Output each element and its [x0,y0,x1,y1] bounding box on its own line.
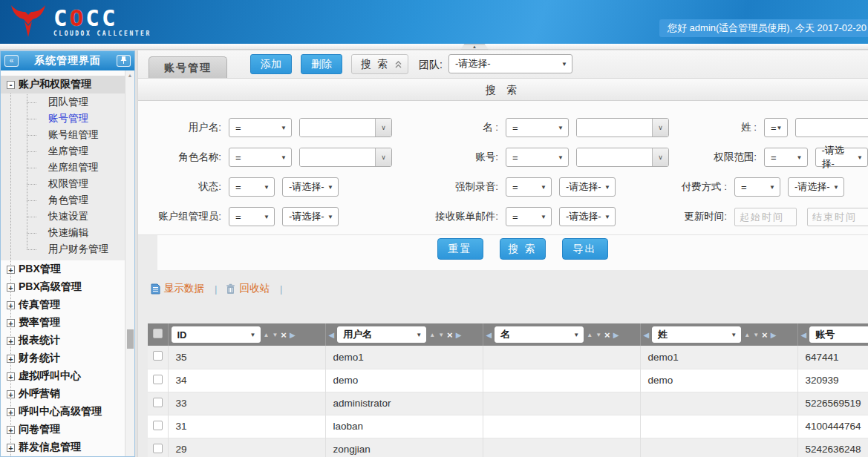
sidebar-item-team-mgmt[interactable]: 团队管理 [19,94,125,111]
lastname-input[interactable] [795,118,868,137]
move-column-left-icon[interactable]: ◀ [486,331,492,339]
move-column-right-icon[interactable]: ▶ [456,331,462,339]
add-button[interactable]: 添加 [250,54,292,74]
sidebar-item-agent-group-mgmt[interactable]: 坐席组管理 [19,160,125,176]
sidebar-group-rate[interactable]: 费率管理 [1,314,125,332]
sidebar-group-outbound-marketing[interactable]: 外呼营销 [1,385,125,403]
username-input[interactable] [300,119,375,137]
select-all-checkbox[interactable] [153,329,163,338]
tree-expand-icon[interactable] [7,283,15,292]
sidebar-group-fax[interactable]: 传真管理 [1,296,125,314]
scroll-up-icon[interactable]: ▲ [125,70,134,78]
lastname-column-select[interactable]: 姓▼ [652,326,741,343]
rolename-operator-select[interactable]: =▼ [229,148,292,167]
sort-asc-icon[interactable]: ▲ [429,332,435,338]
sidebar-group-report-stats[interactable]: 报表统计 [1,332,125,349]
sort-asc-icon[interactable]: ▲ [587,332,593,338]
status-select[interactable]: -请选择-▼ [282,177,339,197]
sort-desc-icon[interactable]: ▼ [272,332,278,338]
tree-expand-icon[interactable] [7,390,15,398]
table-row[interactable]: 34 demo demo 320939 [148,369,868,392]
row-checkbox[interactable] [153,421,163,430]
sort-desc-icon[interactable]: ▼ [753,332,759,338]
remove-column-icon[interactable]: × [604,330,610,340]
tree-collapse-icon[interactable] [7,81,15,89]
status-operator-select[interactable]: =▼ [229,177,275,197]
sidebar-group-account-permission[interactable]: 账户和权限管理 [1,76,125,93]
combo-chevron-icon[interactable]: ∨ [375,119,391,137]
sidebar-item-account-mgmt[interactable]: 账号管理 [19,111,125,127]
tree-expand-icon[interactable] [7,266,15,274]
table-row[interactable]: 31 laoban 4100444764 [148,415,868,438]
remove-column-icon[interactable]: × [281,330,287,340]
sidebar-item-user-finance-mgmt[interactable]: 用户财务管理 [19,241,125,257]
table-row[interactable]: 33 administrator 5226569519 [148,392,868,415]
firstname-column-select[interactable]: 名▼ [495,326,584,343]
lastname-operator-select[interactable]: =▼ [764,118,788,137]
sidebar-pin-icon[interactable] [117,55,131,67]
tree-expand-icon[interactable] [7,372,15,381]
move-column-right-icon[interactable]: ▶ [771,331,777,339]
sidebar-group-callcenter-advanced[interactable]: 呼叫中心高级管理 [1,403,125,421]
header-collapse-handle[interactable]: ▲ [460,44,489,50]
permission-scope-select[interactable]: -请选择-▼ [815,148,868,167]
sidebar-item-quick-setup[interactable]: 快速设置 [19,208,125,225]
remove-column-icon[interactable]: × [762,330,768,340]
move-column-left-icon[interactable]: ◀ [644,331,650,339]
username-column-select[interactable]: 用户名▼ [337,326,426,343]
sort-desc-icon[interactable]: ▼ [595,332,601,338]
username-operator-select[interactable]: =▼ [229,118,292,137]
tree-expand-icon[interactable] [7,337,15,345]
row-checkbox[interactable] [153,375,163,384]
id-column-select[interactable]: ID▼ [172,326,261,343]
sidebar-group-pbx[interactable]: PBX管理 [1,260,125,278]
rolename-input[interactable] [300,148,375,166]
tree-expand-icon[interactable] [7,355,15,363]
account-column-select[interactable]: 账号▼ [809,326,868,343]
account-operator-select[interactable]: =▼ [506,148,569,167]
tab-account-mgmt[interactable]: 账号管理 [149,56,227,78]
reset-button[interactable]: 重置 [437,238,483,260]
group-admin-operator-select[interactable]: =▼ [229,207,275,226]
account-input[interactable] [577,148,652,166]
combo-chevron-icon[interactable]: ∨ [375,148,391,166]
tree-expand-icon[interactable] [7,408,15,416]
sidebar-group-virtual-callcenter[interactable]: 虚拟呼叫中心 [1,367,125,385]
show-data-link[interactable]: 显示数据 [164,282,204,295]
search-button[interactable]: 搜 索 [500,238,546,260]
team-select[interactable]: -请选择- ▼ [448,54,572,73]
payment-method-operator-select[interactable]: =▼ [734,177,780,197]
tree-expand-icon[interactable] [7,426,15,434]
remove-column-icon[interactable]: × [447,330,453,340]
combo-chevron-icon[interactable]: ∨ [652,119,668,137]
move-column-left-icon[interactable]: ◀ [801,331,807,339]
row-checkbox[interactable] [153,351,163,361]
sidebar-group-survey[interactable]: 问卷管理 [1,421,125,438]
combo-chevron-icon[interactable]: ∨ [652,148,668,166]
search-toggle-button[interactable]: 搜 索 [351,54,408,74]
tree-expand-icon[interactable] [7,301,15,309]
end-time-input[interactable] [807,208,868,226]
billing-email-select[interactable]: -请选择-▼ [559,207,616,226]
delete-button[interactable]: 删除 [301,54,342,74]
force-recording-operator-select[interactable]: =▼ [506,177,552,197]
sort-asc-icon[interactable]: ▲ [264,332,270,338]
sidebar-item-quick-edit[interactable]: 快速编辑 [19,225,125,241]
sidebar-item-account-group-mgmt[interactable]: 账号组管理 [19,127,125,143]
move-column-right-icon[interactable]: ▶ [290,331,296,339]
table-row[interactable]: 35 demo1 demo1 647441 [148,346,868,369]
sidebar-scrollbar[interactable]: ▲ [125,70,134,456]
table-row[interactable]: 29 zongjian 5242636248 [148,438,868,457]
recycle-bin-link[interactable]: 回收站 [239,282,270,295]
row-checkbox[interactable] [153,398,163,407]
firstname-input[interactable] [577,119,652,137]
sort-asc-icon[interactable]: ▲ [744,332,750,338]
sidebar-group-pbx-advanced[interactable]: PBX高级管理 [1,278,125,296]
permission-scope-operator-select[interactable]: =▼ [764,148,808,167]
payment-method-select[interactable]: -请选择-▼ [788,177,844,197]
export-button[interactable]: 导出 [562,238,608,260]
move-column-left-icon[interactable]: ◀ [329,331,335,339]
billing-email-operator-select[interactable]: =▼ [506,207,552,226]
move-column-right-icon[interactable]: ▶ [613,331,619,339]
scrollbar-thumb[interactable] [127,329,134,349]
